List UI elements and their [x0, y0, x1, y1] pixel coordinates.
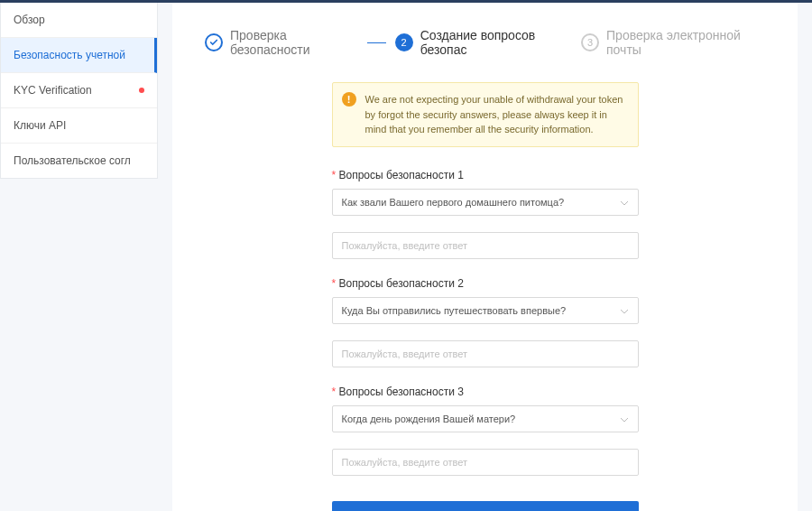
question-select-2[interactable]: Куда Вы отправились путешествовать вперв…	[332, 297, 639, 324]
chevron-down-icon	[620, 305, 629, 316]
step-number-icon: 2	[395, 33, 413, 51]
sidebar-item-overview[interactable]: Обзор	[1, 3, 157, 38]
sidebar-item-label: Безопасность учетной	[14, 49, 125, 61]
steps-bar: Проверка безопасности 2 Создание вопросо…	[205, 21, 765, 57]
sidebar-item-kyc[interactable]: KYC Verification	[1, 73, 157, 108]
answer-input-1[interactable]	[332, 232, 639, 259]
question-block-3: Вопросы безопасности 3 Когда день рожден…	[332, 386, 639, 476]
sidebar-item-label: Обзор	[14, 14, 45, 26]
sidebar-item-label: KYC Verification	[14, 84, 92, 97]
step-label: Создание вопросов безопас	[420, 28, 572, 57]
sidebar-item-user-agreement[interactable]: Пользовательское согл	[1, 144, 157, 178]
question-label: Вопросы безопасности 3	[332, 386, 639, 398]
alert-text: We are not expecting your unable of with…	[365, 94, 623, 135]
content-card: Проверка безопасности 2 Создание вопросо…	[172, 3, 798, 511]
sidebar-item-label: Пользовательское согл	[14, 154, 131, 167]
chevron-down-icon	[620, 413, 629, 424]
chevron-down-icon	[620, 197, 629, 208]
answer-input-2[interactable]	[332, 340, 639, 367]
answer-input-3[interactable]	[332, 449, 639, 476]
sidebar-item-api-keys[interactable]: Ключи API	[1, 108, 157, 144]
select-value: Как звали Вашего первого домашнего питом…	[342, 197, 565, 208]
select-value: Когда день рождения Вашей матери?	[342, 413, 516, 424]
step-label: Проверка электронной почты	[606, 28, 765, 57]
sidebar-item-label: Ключи API	[14, 119, 66, 132]
step-number-icon: 3	[581, 33, 599, 51]
submit-button[interactable]: Отправить	[332, 501, 639, 512]
select-value: Куда Вы отправились путешествовать вперв…	[342, 305, 567, 316]
step-divider	[367, 42, 385, 43]
sidebar: Обзор Безопасность учетной KYC Verificat…	[0, 3, 158, 179]
warning-icon: !	[342, 92, 356, 107]
check-icon	[205, 33, 223, 51]
warning-alert: ! We are not expecting your unable of wi…	[332, 82, 639, 147]
step-label: Проверка безопасности	[230, 28, 358, 57]
question-block-2: Вопросы безопасности 2 Куда Вы отправили…	[332, 277, 639, 367]
question-select-1[interactable]: Как звали Вашего первого домашнего питом…	[332, 189, 639, 216]
step-security-check: Проверка безопасности	[205, 28, 358, 57]
step-create-questions: 2 Создание вопросов безопас	[395, 28, 572, 57]
question-select-3[interactable]: Когда день рождения Вашей матери?	[332, 405, 639, 432]
notification-dot-icon	[139, 88, 144, 93]
step-email-check: 3 Проверка электронной почты	[581, 28, 765, 57]
question-label: Вопросы безопасности 1	[332, 169, 639, 181]
question-block-1: Вопросы безопасности 1 Как звали Вашего …	[332, 169, 639, 259]
question-label: Вопросы безопасности 2	[332, 277, 639, 290]
sidebar-item-security[interactable]: Безопасность учетной	[1, 38, 157, 73]
